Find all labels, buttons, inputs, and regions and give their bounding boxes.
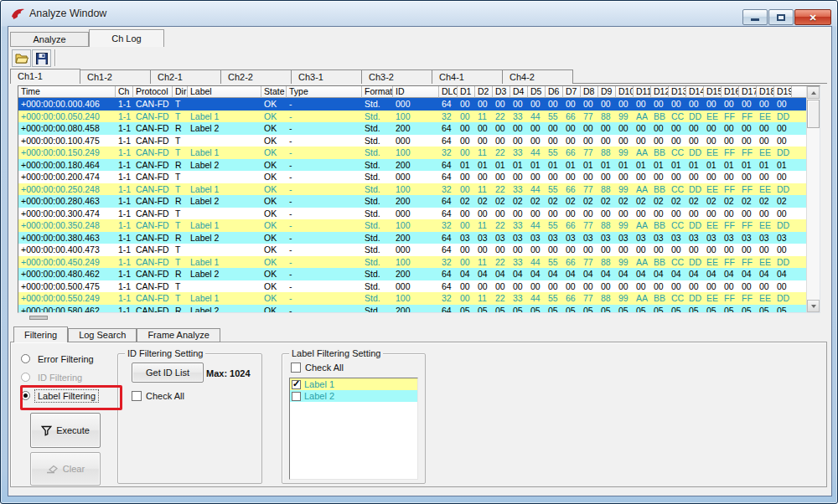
column-header-d1[interactable]: D1 (458, 86, 475, 98)
table-row[interactable]: +000:00:00.250.2481-1CAN-FDTLabel 1OK-St… (18, 183, 806, 196)
channel-tab-ch3-1[interactable]: Ch3-1 (292, 69, 362, 84)
column-header-d19[interactable]: D19 (774, 86, 792, 98)
column-header-d14[interactable]: D14 (686, 86, 704, 98)
tab-analyze[interactable]: Analyze (10, 32, 89, 47)
maximize-button[interactable] (768, 9, 794, 25)
table-cell: 00 (546, 122, 563, 135)
channel-tab-ch3-2[interactable]: Ch3-2 (362, 69, 432, 84)
label-list-item[interactable]: ✓Label 1 (290, 378, 417, 390)
horizontal-scroll-thumb[interactable] (29, 316, 48, 320)
column-header-type[interactable]: Type (287, 86, 362, 98)
column-header-d7[interactable]: D7 (563, 86, 581, 98)
table-cell: EE (757, 256, 774, 269)
channel-tab-ch4-2[interactable]: Ch4-2 (503, 69, 573, 84)
horizontal-scrollbar[interactable] (18, 315, 820, 321)
column-header-d11[interactable]: D11 (634, 86, 651, 98)
minimize-button[interactable] (742, 9, 768, 25)
table-cell: 100 (393, 256, 439, 269)
table-row[interactable]: +000:00:00.280.4631-1CAN-FDRLabel 2OK-St… (18, 195, 806, 208)
column-header-d2[interactable]: D2 (475, 86, 493, 98)
column-header-time[interactable]: Time (18, 86, 116, 98)
table-row[interactable]: +000:00:00.500.4751-1CAN-FDTOK-Std.00064… (18, 280, 806, 293)
column-header-d13[interactable]: D13 (669, 86, 686, 98)
column-header-d18[interactable]: D18 (757, 86, 774, 98)
get-id-list-button[interactable]: Get ID List (132, 363, 204, 383)
item-checkbox[interactable]: ✓ (292, 380, 301, 389)
table-row[interactable]: +000:00:00.450.2491-1CAN-FDTLabel 1OK-St… (18, 256, 806, 269)
radio-icon[interactable] (21, 373, 30, 382)
item-checkbox[interactable] (292, 392, 301, 401)
scroll-thumb[interactable] (807, 100, 820, 128)
label-list[interactable]: ✓Label 1Label 2 (289, 378, 418, 480)
id-check-all[interactable]: Check All (132, 391, 184, 401)
column-header-d9[interactable]: D9 (598, 86, 616, 98)
radio-icon[interactable] (21, 354, 30, 363)
table-row[interactable]: +000:00:00.100.4751-1CAN-FDTOK-Std.00064… (18, 135, 806, 147)
label-list-item[interactable]: Label 2 (290, 390, 417, 402)
checkbox-icon[interactable] (132, 391, 142, 401)
table-cell: R (173, 268, 188, 280)
column-header-format[interactable]: Format (362, 86, 393, 98)
column-header-d17[interactable]: D17 (739, 86, 757, 98)
table-cell: 1-1 (116, 280, 133, 293)
column-header-protocol[interactable]: Protocol (133, 86, 173, 98)
table-cell: 03 (669, 232, 686, 244)
tab-filtering[interactable]: Filtering (13, 327, 68, 342)
column-header-d3[interactable]: D3 (493, 86, 510, 98)
table-cell: 03 (774, 232, 792, 244)
table-cell: 04 (739, 268, 757, 280)
table-row[interactable]: +000:00:00.150.2491-1CAN-FDTLabel 1OK-St… (18, 147, 806, 159)
tab-ch-log[interactable]: Ch Log (89, 29, 164, 47)
table-row[interactable]: +000:00:00.550.2491-1CAN-FDTLabel 1OK-St… (18, 292, 806, 305)
table-cell: 11 (475, 183, 493, 196)
table-row[interactable]: +000:00:00.080.4581-1CAN-FDRLabel 2OK-St… (18, 122, 806, 135)
column-header-d5[interactable]: D5 (528, 86, 546, 98)
column-header-d8[interactable]: D8 (581, 86, 598, 98)
channel-tab-ch1-2[interactable]: Ch1-2 (80, 69, 151, 84)
column-header-dlc[interactable]: DLC (439, 86, 458, 98)
tab-log-search[interactable]: Log Search (68, 328, 137, 342)
column-header-d6[interactable]: D6 (546, 86, 563, 98)
table-row[interactable]: +000:00:00.400.4731-1CAN-FDTOK-Std.00064… (18, 244, 806, 256)
save-file-button[interactable] (32, 49, 51, 67)
tab-frame-analyze[interactable]: Frame Analyze (137, 328, 220, 342)
column-header-dir[interactable]: Dir (173, 86, 188, 98)
column-header-d15[interactable]: D15 (704, 86, 722, 98)
table-cell: T (173, 171, 188, 183)
table-row[interactable]: +000:00:00.380.4631-1CAN-FDRLabel 2OK-St… (18, 232, 806, 244)
execute-button[interactable]: Execute (30, 413, 101, 448)
vertical-scrollbar[interactable] (806, 86, 820, 312)
scroll-up-button[interactable] (807, 86, 820, 99)
column-header-id[interactable]: ID (393, 86, 439, 98)
channel-tab-ch1-1[interactable]: Ch1-1 (10, 69, 80, 84)
table-row[interactable]: +000:00:00.580.4621-1CAN-FDRLabel 2OK-St… (18, 305, 806, 313)
table-cell: +000:00:00.000.406 (18, 98, 116, 111)
table-cell: 22 (493, 219, 510, 232)
channel-tab-ch2-1[interactable]: Ch2-1 (151, 69, 221, 84)
column-header-label[interactable]: Label (188, 86, 261, 98)
label-check-all[interactable]: Check All (291, 363, 344, 373)
column-header-d4[interactable]: D4 (510, 86, 528, 98)
channel-tab-ch2-2[interactable]: Ch2-2 (221, 69, 292, 84)
window-titlebar[interactable]: Analyze Window ✕ (1, 1, 837, 26)
table-row[interactable]: +000:00:00.350.2481-1CAN-FDTLabel 1OK-St… (18, 219, 806, 232)
radio-error-filtering[interactable]: Error Filtering (21, 353, 98, 372)
table-row[interactable]: +000:00:00.180.4641-1CAN-FDRLabel 2OK-St… (18, 159, 806, 172)
table-row[interactable]: +000:00:00.000.4061-1CAN-FDTOK-Std.00064… (18, 98, 806, 111)
table-cell: FF (722, 183, 739, 196)
table-row[interactable]: +000:00:00.200.4741-1CAN-FDTOK-Std.00064… (18, 171, 806, 183)
table-row[interactable]: +000:00:00.480.4621-1CAN-FDRLabel 2OK-St… (18, 268, 806, 280)
table-cell: 02 (757, 195, 774, 208)
table-row[interactable]: +000:00:00.300.4741-1CAN-FDTOK-Std.00064… (18, 208, 806, 220)
column-header-d16[interactable]: D16 (722, 86, 739, 98)
column-header-ch[interactable]: Ch (116, 86, 133, 98)
scroll-down-button[interactable] (807, 300, 820, 312)
channel-tab-ch4-1[interactable]: Ch4-1 (432, 69, 503, 84)
table-row[interactable]: +000:00:00.050.2401-1CAN-FDTLabel 1OK-St… (18, 111, 806, 123)
checkbox-icon[interactable] (291, 363, 301, 373)
column-header-state[interactable]: State (261, 86, 287, 98)
column-header-d10[interactable]: D10 (616, 86, 634, 98)
column-header-d12[interactable]: D12 (651, 86, 669, 98)
close-button[interactable]: ✕ (794, 9, 831, 25)
open-file-button[interactable] (12, 49, 31, 67)
